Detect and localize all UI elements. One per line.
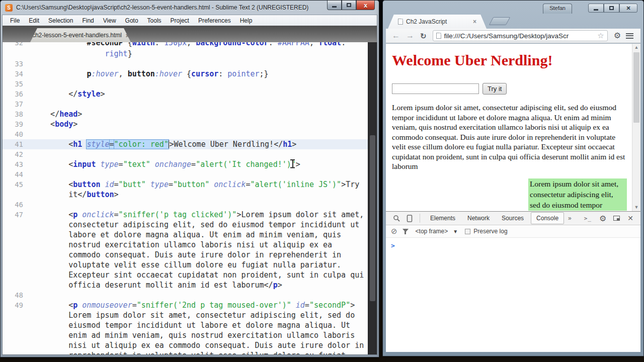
page-scrollbar-thumb[interactable] bbox=[633, 52, 639, 123]
menu-edit[interactable]: Edit bbox=[24, 16, 44, 26]
address-bar[interactable]: file:///C:/Users/Samsung/Desktop/javaScr… bbox=[433, 30, 608, 41]
text-input[interactable] bbox=[392, 83, 479, 94]
code-row[interactable]: nisi ut aliquip ex ea commodo consequat.… bbox=[3, 340, 368, 350]
menu-find[interactable]: Find bbox=[77, 16, 98, 26]
code-row[interactable]: 32 #secondP {width: 150px; background-co… bbox=[3, 42, 368, 49]
code-token bbox=[77, 210, 82, 219]
code-row[interactable]: labore et dolore magna aliqua. Ut enim a… bbox=[3, 230, 368, 240]
devtools-tab-network[interactable]: Network bbox=[462, 213, 495, 224]
code-area[interactable]: 32 #secondP {width: 150px; background-co… bbox=[3, 42, 368, 354]
menu-view[interactable]: View bbox=[99, 16, 121, 26]
close-button[interactable]: ✕ bbox=[619, 4, 637, 13]
new-tab-button[interactable] bbox=[489, 17, 511, 25]
code-row[interactable]: commodo consequat. Duis aute irure dolor… bbox=[3, 250, 368, 260]
reload-button[interactable]: ↻ bbox=[417, 32, 430, 40]
code-token: > bbox=[100, 89, 105, 99]
scroll-up-arrow[interactable]: ▲ bbox=[632, 44, 640, 51]
code-row[interactable]: eiusmod tempor incididunt ut labore et d… bbox=[3, 320, 368, 330]
code-row[interactable]: 35 bbox=[3, 79, 368, 89]
filter-funnel-icon[interactable] bbox=[403, 229, 409, 234]
second-paragraph-green[interactable]: Lorem ipsum dolor sit amet, consectetur … bbox=[528, 178, 627, 211]
code-row[interactable]: 48 bbox=[3, 290, 368, 300]
editor-tab[interactable]: ch2-lesson-5-event-handlers.html x bbox=[30, 28, 131, 42]
editor-scrollbar-thumb[interactable] bbox=[370, 135, 375, 301]
clear-console-icon[interactable]: ⊘ bbox=[391, 227, 397, 236]
menu-help[interactable]: Help bbox=[235, 16, 257, 26]
code-row[interactable]: 46 bbox=[3, 200, 368, 210]
code-token: onmouseover bbox=[82, 301, 132, 310]
code-row[interactable]: 38 </head> bbox=[3, 109, 368, 119]
code-row[interactable]: reprehenderit in voluptate velit esse ci… bbox=[3, 350, 368, 354]
maximize-button[interactable] bbox=[342, 1, 356, 10]
scroll-down-arrow[interactable]: ▼ bbox=[632, 204, 640, 211]
console-output[interactable]: > bbox=[386, 238, 640, 253]
code-token: #secondP bbox=[87, 42, 123, 47]
console-prompt[interactable]: > bbox=[391, 242, 395, 249]
code-row[interactable]: Lorem ipsum dolor sit amet, consectetur … bbox=[3, 310, 368, 320]
gear-icon[interactable]: ⚙ bbox=[614, 32, 621, 40]
devtools-close-icon[interactable]: ✕ bbox=[627, 214, 633, 222]
url-text[interactable]: file:///C:/Users/Samsung/Desktop/javaScr bbox=[444, 32, 598, 40]
sublime-titlebar[interactable]: S C:\Users\Samsung\Desktop\javaScript\ch… bbox=[1, 1, 379, 15]
devtools-tab-elements[interactable]: Elements bbox=[425, 213, 460, 224]
code-row[interactable]: 42 bbox=[3, 149, 368, 159]
code-row[interactable]: 45 <button id="butt" type="button" oncli… bbox=[3, 179, 368, 190]
forward-button[interactable]: → bbox=[403, 32, 417, 40]
code-row[interactable]: voluptate velit esse cillum dolore eu fu… bbox=[3, 260, 368, 270]
code-row[interactable]: 41 <h1 style="color: red">Welcome Uber N… bbox=[3, 139, 368, 149]
sublime-window-title: C:\Users\Samsung\Desktop\javaScript\ch2-… bbox=[16, 4, 308, 11]
menu-tools[interactable]: Tools bbox=[143, 16, 166, 26]
close-button[interactable]: x bbox=[356, 1, 375, 10]
code-row[interactable]: 33 bbox=[3, 59, 368, 69]
minimize-button[interactable] bbox=[588, 4, 604, 13]
code-row[interactable]: 40 bbox=[3, 129, 368, 139]
code-row[interactable]: officia deserunt mollit anim id est labo… bbox=[3, 280, 368, 290]
code-row[interactable]: 37 bbox=[3, 99, 368, 109]
tab-close-icon[interactable]: × bbox=[473, 18, 476, 25]
devtools-tab-sources[interactable]: Sources bbox=[497, 213, 529, 224]
minimize-button[interactable] bbox=[327, 1, 342, 10]
code-row[interactable]: consectetur adipiscing elit, sed do eius… bbox=[3, 220, 368, 230]
code-row[interactable]: 47 <p onclick="sniffer('p tag clicked')"… bbox=[3, 210, 368, 220]
console-drawer-icon[interactable]: >_ bbox=[584, 215, 592, 222]
code-row[interactable]: 36 </style> bbox=[3, 89, 368, 99]
tab-close-icon[interactable]: x bbox=[126, 32, 129, 38]
code-token: type bbox=[150, 180, 169, 189]
device-mode-icon[interactable] bbox=[407, 215, 413, 222]
menu-project[interactable]: Project bbox=[166, 16, 194, 26]
editor-scrollbar[interactable] bbox=[368, 42, 377, 354]
code-row[interactable]: right} bbox=[3, 49, 368, 59]
code-row[interactable]: 44 bbox=[3, 169, 368, 179]
frame-selector-caret-icon[interactable]: ▼ bbox=[453, 229, 458, 234]
menu-hamburger-icon[interactable] bbox=[626, 33, 633, 39]
menu-file[interactable]: File bbox=[6, 16, 24, 26]
code-row[interactable]: 43 <input type="text" onchange="alert('I… bbox=[3, 159, 368, 169]
page-scrollbar[interactable]: ▲ ▼ bbox=[632, 44, 640, 211]
bookmark-star-icon[interactable]: ☆ bbox=[597, 31, 604, 40]
menu-preferences[interactable]: Preferences bbox=[194, 16, 235, 26]
code-row[interactable]: Excepteur sint occaecat cupidatat non pr… bbox=[3, 270, 368, 280]
frame-selector[interactable]: <top frame> bbox=[416, 228, 448, 235]
code-row[interactable]: enim ad minim veniam, quis nostrud exerc… bbox=[3, 330, 368, 340]
code-row[interactable]: it</button> bbox=[3, 190, 368, 200]
devtools-settings-gear-icon[interactable]: ⚙ bbox=[599, 214, 606, 223]
dock-side-icon[interactable] bbox=[613, 216, 620, 221]
code-token: = bbox=[119, 160, 123, 169]
code-row[interactable]: 49 <p onmouseover="sniffer('2nd p tag mo… bbox=[3, 300, 368, 310]
code-editor[interactable]: 32 #secondP {width: 150px; background-co… bbox=[2, 42, 377, 355]
code-row[interactable]: nostrud exercitation ullamco laboris nis… bbox=[3, 240, 368, 250]
try-it-button[interactable]: Try it bbox=[482, 83, 507, 95]
browser-tab[interactable]: Ch2 JavaScript × bbox=[388, 15, 487, 29]
maximize-button[interactable] bbox=[604, 4, 619, 13]
preserve-log-checkbox[interactable] bbox=[465, 229, 470, 234]
code-row[interactable]: 34 p:hover, button:hover {cursor: pointe… bbox=[3, 69, 368, 79]
lorem-paragraph[interactable]: Lorem ipsum dolor sit amet, consectetur … bbox=[392, 103, 629, 171]
menu-goto[interactable]: Goto bbox=[121, 16, 143, 26]
code-row[interactable]: 39 <body> bbox=[3, 119, 368, 129]
back-button[interactable]: ← bbox=[389, 32, 403, 40]
inspect-element-icon[interactable] bbox=[393, 215, 400, 222]
profile-button[interactable]: Stefan bbox=[543, 4, 572, 14]
devtools-tab-console[interactable]: Console bbox=[531, 212, 564, 224]
more-tabs-chevron[interactable]: » bbox=[568, 215, 572, 222]
menu-selection[interactable]: Selection bbox=[44, 16, 77, 26]
